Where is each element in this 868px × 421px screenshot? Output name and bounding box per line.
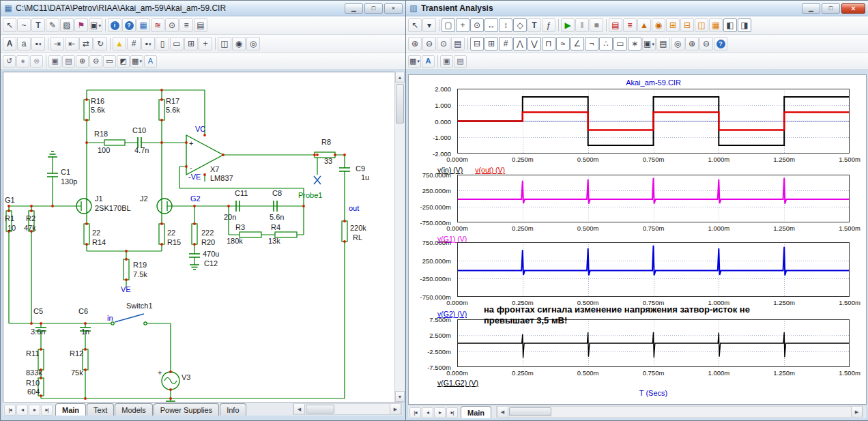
schematic-label-r10[interactable]: R10: [26, 379, 40, 387]
horizontal-tag-button[interactable]: ↔: [484, 18, 498, 32]
data-points-button[interactable]: ∴: [599, 37, 613, 50]
schematic-label-833k[interactable]: 833k: [26, 368, 42, 377]
plot-vin-vout[interactable]: [457, 89, 850, 154]
schematic-label-47k[interactable]: 47k: [24, 224, 36, 232]
probe-symbol[interactable]: [314, 176, 321, 184]
node-numbers-button[interactable]: ⊙: [165, 18, 179, 32]
stepping-button[interactable]: ≡: [623, 18, 637, 32]
schematic-label-rl[interactable]: RL: [353, 233, 362, 242]
zoom-auto-button[interactable]: ⊙: [437, 37, 450, 50]
go-to-branch-button[interactable]: ◎: [671, 37, 684, 50]
schematic-label-r17[interactable]: R17: [166, 97, 179, 105]
zoom-out-button[interactable]: ⊖: [89, 55, 102, 68]
analysis-horizontal-scrollbar[interactable]: ◀ ▶: [496, 406, 863, 418]
paste-button[interactable]: ▤: [454, 55, 467, 68]
schematic-label-r12[interactable]: R12: [70, 349, 83, 358]
legend-v-out-v[interactable]: v(out) (V): [475, 166, 505, 174]
schematic-label-[interactable]: +: [189, 139, 193, 147]
prev-tab-button[interactable]: ◂: [16, 405, 28, 416]
schematic-canvas[interactable]: R165.6kR175.6kC104.7nR18100VCX7LM837-VER…: [3, 72, 395, 403]
font-button[interactable]: A: [422, 55, 435, 68]
schematic-label-r2[interactable]: R2: [26, 214, 35, 222]
last-tab-button[interactable]: ▸|: [41, 405, 53, 416]
plot-vg1[interactable]: [457, 175, 850, 222]
schematic-label-13k[interactable]: 13k: [268, 237, 280, 245]
analysis-titlebar[interactable]: ▥ Transient Analysis ▁ □ ×: [406, 1, 868, 16]
info-page-button[interactable]: ●: [16, 55, 29, 68]
schematic-label-100[interactable]: 100: [98, 146, 110, 154]
analysis-limits-button[interactable]: ▤: [609, 18, 622, 32]
graphics-mode-button[interactable]: ✎: [46, 18, 59, 32]
box-select-button[interactable]: ◫: [218, 37, 231, 50]
minimize-button[interactable]: ▁: [345, 3, 363, 14]
schematic-label-c1[interactable]: C1: [61, 168, 70, 176]
schematic-label-3-6n[interactable]: 3.6n: [31, 328, 45, 336]
log-x-button[interactable]: ∠: [570, 37, 584, 50]
schematic-label-r8[interactable]: R8: [321, 138, 331, 146]
properties-button[interactable]: ▤: [451, 37, 465, 50]
first-tab-button[interactable]: |◂: [409, 407, 421, 418]
schematic-label-g2[interactable]: G2: [190, 194, 201, 203]
image-button[interactable]: ◩: [117, 55, 130, 68]
sine-wave-button[interactable]: ≈: [556, 37, 570, 50]
grid-pattern-dropdown[interactable]: ▦▾: [408, 55, 421, 68]
help-point-button[interactable]: ?: [714, 37, 727, 50]
run-button[interactable]: ▶: [561, 18, 575, 32]
prev-tab-button[interactable]: ◂: [422, 407, 433, 418]
trace-v-g2-v[interactable]: [457, 246, 850, 276]
paste-button[interactable]: ▤: [62, 55, 75, 68]
schematic-label-vc[interactable]: VC: [195, 125, 205, 133]
schematic-label-33[interactable]: 33: [324, 157, 332, 165]
tab-models[interactable]: Models: [115, 403, 152, 416]
horizontal-axis-button[interactable]: ⊟: [470, 37, 484, 50]
performance-tag-button[interactable]: ◇: [513, 18, 527, 32]
info-mode-button[interactable]: i: [108, 18, 121, 32]
zoom-out-area-button[interactable]: ⊖: [699, 37, 713, 50]
zoom-in-button[interactable]: ⊕: [408, 37, 422, 50]
schematic-label-c10[interactable]: C10: [132, 126, 146, 134]
find-next-button[interactable]: ◎: [246, 37, 260, 50]
region-button[interactable]: ▤: [194, 18, 207, 32]
schematic-label-[interactable]: +: [158, 368, 162, 377]
text-attributes-button[interactable]: a: [17, 37, 31, 50]
scroll-right-button[interactable]: ▶: [390, 404, 401, 414]
point-tag-button[interactable]: ⊙: [470, 18, 484, 32]
mode-dropdown[interactable]: ▦▾: [130, 55, 143, 68]
stop-button[interactable]: ■: [590, 18, 603, 32]
refine-button[interactable]: ⊞: [184, 37, 198, 50]
schematic-label-22[interactable]: 22: [167, 229, 175, 237]
sine-source-symbol[interactable]: [162, 372, 179, 390]
new-page-button[interactable]: ▯: [156, 37, 169, 50]
scroll-up-button[interactable]: ▲: [395, 72, 405, 83]
zoom-out-button[interactable]: ⊖: [422, 37, 436, 50]
legend-v-g1-g2-v[interactable]: v(G1,G2) (V): [437, 379, 478, 387]
schematic-label-[interactable]: -: [190, 164, 192, 172]
schematic-label-r14[interactable]: R14: [92, 238, 106, 246]
help-mode-button[interactable]: ?: [122, 18, 136, 32]
schematic-label-out[interactable]: out: [349, 204, 359, 212]
schematic-label-r11[interactable]: R11: [26, 349, 39, 358]
trace-v-g1-v[interactable]: [457, 178, 850, 204]
schematic-label-470u[interactable]: 470u: [203, 250, 219, 258]
find-button[interactable]: ◉: [232, 37, 246, 50]
flag-mode-button[interactable]: ⚑: [74, 18, 88, 32]
schematic-label-r19[interactable]: R19: [133, 261, 147, 269]
last-tab-button[interactable]: ▸|: [446, 407, 458, 418]
bus-button[interactable]: ≡: [179, 18, 193, 32]
digital-path-button[interactable]: ≋: [151, 18, 164, 32]
sawtooth-button[interactable]: ⋁: [527, 37, 541, 50]
swatch-dropdown[interactable]: ▪▾: [141, 37, 155, 50]
schematic-label-switch1[interactable]: Switch1: [126, 302, 153, 310]
schematic-label-130p[interactable]: 130p: [61, 177, 77, 186]
cursor-mode-button[interactable]: +: [456, 18, 469, 32]
watch-button[interactable]: ◉: [652, 18, 665, 32]
hscroll-thumb[interactable]: [509, 407, 551, 416]
schematic-label-ve[interactable]: VE: [121, 285, 131, 293]
overlay-plots-button[interactable]: ▦: [709, 18, 723, 32]
schematic-label-r3[interactable]: R3: [235, 223, 245, 231]
next-tab-button[interactable]: ▸: [434, 407, 446, 418]
clipboard-dropdown[interactable]: ▣▾: [642, 37, 656, 50]
hscroll-thumb[interactable]: [306, 405, 334, 413]
redraw-button[interactable]: ↺: [3, 55, 16, 68]
schematic-label-c9[interactable]: C9: [356, 164, 365, 173]
